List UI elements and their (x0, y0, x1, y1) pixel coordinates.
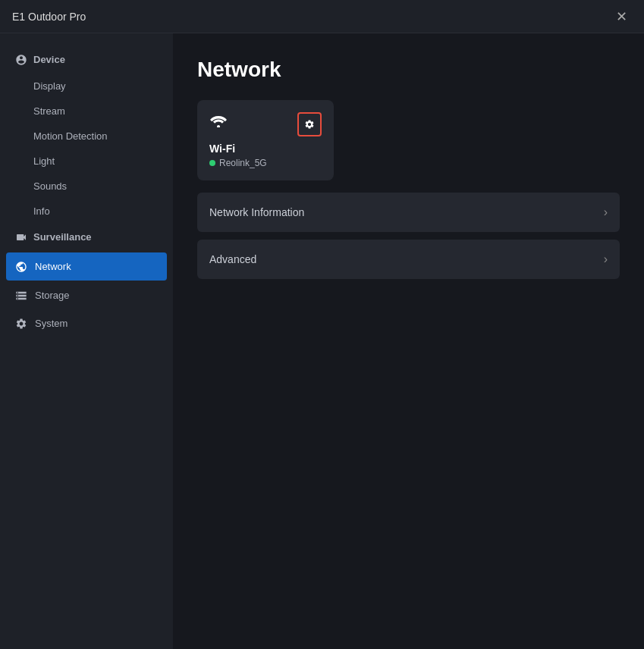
svg-point-0 (217, 125, 220, 127)
sidebar-item-sounds[interactable]: Sounds (0, 174, 173, 199)
app-title: E1 Outdoor Pro (12, 11, 86, 23)
sidebar-item-motion-detection[interactable]: Motion Detection (0, 124, 173, 149)
sidebar-item-stream[interactable]: Stream (0, 99, 173, 124)
storage-icon (15, 290, 27, 303)
advanced-row[interactable]: Advanced › (197, 240, 620, 279)
wifi-settings-button[interactable] (297, 112, 322, 136)
sidebar-section-device: Device (0, 45, 173, 74)
network-information-row[interactable]: Network Information › (197, 193, 620, 232)
page-title: Network (197, 58, 620, 82)
sidebar-item-system[interactable]: System (0, 309, 173, 337)
device-section-label: Device (33, 54, 65, 65)
sidebar-item-storage[interactable]: Storage (0, 282, 173, 310)
camera-icon (15, 53, 27, 66)
system-label: System (35, 318, 68, 329)
surveillance-label: Surveillance (33, 231, 92, 243)
titlebar: E1 Outdoor Pro ✕ (0, 0, 644, 33)
wifi-status: Reolink_5G (209, 158, 322, 168)
sidebar-item-display[interactable]: Display (0, 74, 173, 99)
storage-label: Storage (35, 290, 70, 301)
sidebar-section-surveillance[interactable]: Surveillance (0, 224, 173, 252)
close-button[interactable]: ✕ (611, 6, 632, 27)
main-content: Network Wi-Fi (173, 33, 644, 649)
wifi-card: Wi-Fi Reolink_5G (197, 100, 334, 180)
network-icon (15, 260, 27, 273)
app-body: Device Display Stream Motion Detection L… (0, 33, 644, 649)
sidebar-item-info[interactable]: Info (0, 199, 173, 224)
sidebar: Device Display Stream Motion Detection L… (0, 33, 173, 649)
network-label: Network (35, 261, 71, 272)
wifi-label: Wi-Fi (209, 143, 322, 155)
chevron-right-icon-2: › (604, 252, 608, 266)
system-icon (15, 317, 27, 330)
chevron-right-icon: › (604, 205, 608, 219)
sidebar-item-light[interactable]: Light (0, 149, 173, 174)
wifi-card-top (209, 112, 322, 136)
wifi-icon (209, 112, 228, 131)
sidebar-item-network[interactable]: Network (6, 252, 167, 281)
advanced-label: Advanced (209, 253, 256, 265)
network-information-label: Network Information (209, 206, 304, 218)
wifi-ssid: Reolink_5G (219, 158, 267, 168)
wifi-connected-dot (209, 160, 215, 166)
surveillance-icon (15, 231, 27, 244)
